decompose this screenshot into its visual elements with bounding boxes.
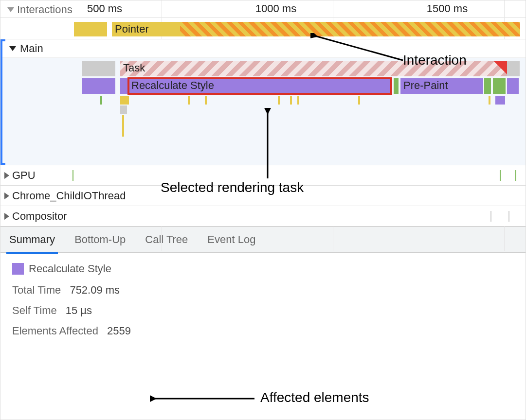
main-label: Main xyxy=(20,42,43,55)
flame-thin-y[interactable] xyxy=(188,96,190,105)
interaction-block[interactable] xyxy=(74,22,107,36)
flame-recalculate-style[interactable]: Recalculate Style xyxy=(128,78,391,94)
expand-icon xyxy=(4,192,9,199)
main-track-header[interactable]: Main xyxy=(0,39,526,58)
summary-title: Recalculate Style xyxy=(29,262,111,275)
interaction-overflow[interactable] xyxy=(180,22,520,36)
flame-task-gray[interactable] xyxy=(82,61,115,76)
tab-calltree[interactable]: Call Tree xyxy=(145,233,188,246)
total-time-label: Total Time xyxy=(12,284,61,296)
collapse-icon xyxy=(7,7,14,12)
interactions-label: Interactions xyxy=(17,3,73,16)
flame-green-1[interactable] xyxy=(394,78,399,94)
selection-bracket xyxy=(0,39,5,165)
gpu-mark xyxy=(73,170,73,181)
elements-label: Elements Affected xyxy=(12,325,98,337)
flame-gray-tail[interactable] xyxy=(507,61,520,76)
color-swatch xyxy=(12,263,24,275)
ruler-tick-1500: 1500 ms xyxy=(427,2,468,15)
flame-prepaint[interactable]: Pre-Paint xyxy=(400,78,483,94)
compositor-mark xyxy=(490,211,491,222)
annotation-affected: Affected elements xyxy=(260,390,369,405)
tab-summary[interactable]: Summary xyxy=(9,233,55,246)
flame-thin-y-tall[interactable] xyxy=(122,115,124,137)
gpu-mark xyxy=(500,170,501,181)
self-time-value: 15 µs xyxy=(66,304,92,316)
self-time-label: Self Time xyxy=(12,304,57,316)
interactions-track[interactable]: Pointer xyxy=(0,18,526,39)
prepaint-label: Pre-Paint xyxy=(403,79,448,92)
recalc-label: Recalculate Style xyxy=(131,79,214,92)
summary-self-time: Self Time 15 µs xyxy=(12,304,514,317)
compositor-track[interactable]: Compositor xyxy=(0,206,526,227)
flame-thin-y[interactable] xyxy=(205,96,207,105)
task-label: Task xyxy=(123,62,145,74)
flame-thin-purple[interactable] xyxy=(495,96,505,105)
flame-thin-y[interactable] xyxy=(290,96,292,105)
flame-purple-tail[interactable] xyxy=(507,78,519,94)
flame-thin-y[interactable] xyxy=(489,96,490,105)
main-track[interactable]: Main Task Recalculate Style Pre-Paint xyxy=(0,39,526,165)
total-time-value: 752.09 ms xyxy=(70,284,120,296)
summary-elements: Elements Affected 2559 xyxy=(12,325,514,337)
summary-total-time: Total Time 752.09 ms xyxy=(12,284,514,297)
time-ruler: Interactions 500 ms 1000 ms 1500 ms xyxy=(0,0,526,18)
flame-thin-yellow-1[interactable] xyxy=(120,96,129,105)
childio-track[interactable]: Chrome_ChildIOThread xyxy=(0,186,526,206)
long-task-warning-icon xyxy=(493,61,507,74)
childio-label: Chrome_ChildIOThread xyxy=(12,190,126,202)
ruler-tick-1000: 1000 ms xyxy=(255,2,296,15)
flame-thin-gray[interactable] xyxy=(120,105,127,114)
flame-task-long[interactable]: Task xyxy=(120,61,507,76)
tab-bottomup[interactable]: Bottom-Up xyxy=(74,233,126,246)
arrow-icon xyxy=(150,392,257,406)
flame-thin-y[interactable] xyxy=(358,96,360,105)
pointer-block[interactable]: Pointer xyxy=(112,22,180,36)
elements-value: 2559 xyxy=(107,325,131,337)
flame-green-3[interactable] xyxy=(493,78,506,94)
flame-thin-green[interactable] xyxy=(100,96,102,105)
details-tabs: Summary Bottom-Up Call Tree Event Log xyxy=(0,227,526,253)
gpu-track[interactable]: GPU xyxy=(0,165,526,186)
collapse-icon xyxy=(9,46,16,51)
gpu-mark xyxy=(515,170,516,181)
interactions-track-header[interactable]: Interactions xyxy=(4,2,75,17)
flame-thin-y[interactable] xyxy=(278,96,280,105)
ruler-tick-500: 500 ms xyxy=(87,2,122,15)
flame-green-2[interactable] xyxy=(484,78,491,94)
flame-purple-small[interactable] xyxy=(82,78,115,94)
compositor-mark xyxy=(508,211,509,222)
summary-panel: Recalculate Style Total Time 752.09 ms S… xyxy=(0,253,526,355)
tab-eventlog[interactable]: Event Log xyxy=(207,233,255,246)
pointer-label: Pointer xyxy=(115,23,149,35)
flame-thin-y[interactable] xyxy=(297,96,299,105)
flame-purple-sliver[interactable] xyxy=(120,78,128,94)
